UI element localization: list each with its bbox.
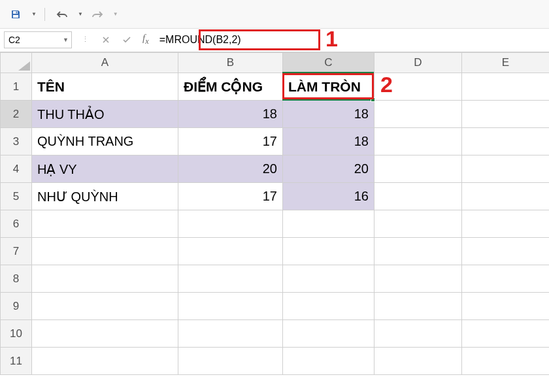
cell-D1[interactable] [374, 73, 462, 101]
cell-D6[interactable] [374, 210, 462, 238]
cancel-formula-button[interactable] [98, 32, 114, 48]
row-header-3[interactable]: 3 [1, 128, 32, 155]
cell-B1[interactable]: ĐIỂM CỘNG [178, 73, 283, 101]
row-header-9[interactable]: 9 [1, 293, 32, 320]
row-header-11[interactable]: 11 [1, 348, 32, 375]
col-header-A[interactable]: A [32, 53, 178, 73]
cell-A4[interactable]: HẠ VY [32, 155, 178, 183]
cell-B11[interactable] [178, 348, 283, 375]
formula-bar: C2 ▼ ⋮ fx 1 [0, 29, 549, 52]
row-header-4[interactable]: 4 [1, 155, 32, 183]
cell-D9[interactable] [374, 293, 462, 320]
undo-dropdown-icon[interactable]: ▼ [78, 11, 83, 17]
cell-E8[interactable] [462, 265, 550, 293]
cell-D2[interactable] [374, 101, 462, 128]
cell-B7[interactable] [178, 238, 283, 265]
row-header-1[interactable]: 1 [1, 73, 32, 101]
cell-E4[interactable] [462, 155, 550, 183]
col-header-E[interactable]: E [462, 53, 550, 73]
save-dropdown-icon[interactable]: ▼ [31, 11, 37, 17]
cell-D5[interactable] [374, 183, 462, 210]
select-all-corner[interactable] [1, 53, 32, 73]
cell-C5[interactable]: 16 [283, 183, 374, 210]
cell-C3[interactable]: 18 [283, 128, 374, 155]
cell-E9[interactable] [462, 293, 550, 320]
cell-B9[interactable] [178, 293, 283, 320]
name-box-value: C2 [8, 35, 20, 45]
cell-D7[interactable] [374, 238, 462, 265]
cell-E11[interactable] [462, 348, 550, 375]
cell-B4[interactable]: 20 [178, 155, 283, 183]
cell-E1[interactable] [462, 73, 550, 101]
cell-B6[interactable] [178, 210, 283, 238]
cell-B3[interactable]: 17 [178, 128, 283, 155]
name-box[interactable]: C2 ▼ [4, 31, 72, 48]
cell-A6[interactable] [32, 210, 178, 238]
cell-D3[interactable] [374, 128, 462, 155]
cell-C1[interactable]: LÀM TRÒN [283, 73, 374, 101]
cell-C10[interactable] [283, 320, 374, 348]
row-header-7[interactable]: 7 [1, 238, 32, 265]
cell-C8[interactable] [283, 265, 374, 293]
redo-dropdown-icon[interactable]: ▼ [113, 11, 118, 17]
cell-A5[interactable]: NHƯ QUỲNH [32, 183, 178, 210]
save-icon [10, 9, 21, 20]
cell-A2[interactable]: THU THẢO [32, 101, 178, 128]
row-header-6[interactable]: 6 [1, 210, 32, 238]
cell-C7[interactable] [283, 238, 374, 265]
fx-label[interactable]: fx [140, 33, 152, 46]
undo-icon [56, 10, 68, 19]
row-header-2[interactable]: 2 [1, 101, 32, 128]
redo-button[interactable] [88, 5, 107, 24]
row-11: 11 [1, 348, 550, 375]
save-button[interactable] [7, 5, 25, 24]
undo-button[interactable] [53, 5, 71, 24]
cell-A1[interactable]: TÊN [32, 73, 178, 101]
cell-E5[interactable] [462, 183, 550, 210]
row-header-10[interactable]: 10 [1, 320, 32, 348]
name-box-dropdown-icon[interactable]: ▼ [63, 37, 69, 43]
col-header-D[interactable]: D [374, 53, 462, 73]
cell-E2[interactable] [462, 101, 550, 128]
cell-D10[interactable] [374, 320, 462, 348]
cell-E7[interactable] [462, 238, 550, 265]
row-2: 2 THU THẢO 18 18 [1, 101, 550, 128]
row-1: 1 TÊN ĐIỂM CỘNG LÀM TRÒN [1, 73, 550, 101]
formula-input[interactable] [157, 31, 545, 48]
row-7: 7 [1, 238, 550, 265]
cell-C9[interactable] [283, 293, 374, 320]
check-icon [122, 36, 131, 44]
cell-A3[interactable]: QUỲNH TRANG [32, 128, 178, 155]
cell-E10[interactable] [462, 320, 550, 348]
row-header-5[interactable]: 5 [1, 183, 32, 210]
cell-A7[interactable] [32, 238, 178, 265]
cell-E6[interactable] [462, 210, 550, 238]
accept-formula-button[interactable] [119, 32, 135, 48]
cell-B10[interactable] [178, 320, 283, 348]
cell-C6[interactable] [283, 210, 374, 238]
cell-D8[interactable] [374, 265, 462, 293]
col-header-B[interactable]: B [178, 53, 283, 73]
cell-C11[interactable] [283, 348, 374, 375]
cell-D11[interactable] [374, 348, 462, 375]
cell-A11[interactable] [32, 348, 178, 375]
cell-D4[interactable] [374, 155, 462, 183]
row-header-8[interactable]: 8 [1, 265, 32, 293]
column-header-row: A B C D E [1, 53, 550, 73]
separator [44, 8, 45, 21]
col-header-C[interactable]: C [283, 53, 374, 73]
cell-B8[interactable] [178, 265, 283, 293]
row-3: 3 QUỲNH TRANG 17 18 [1, 128, 550, 155]
cell-A9[interactable] [32, 293, 178, 320]
grid[interactable]: A B C D E 1 TÊN ĐIỂM CỘNG LÀM TRÒN 2 THU… [0, 52, 549, 375]
redo-icon [92, 10, 103, 19]
row-5: 5 NHƯ QUỲNH 17 16 [1, 183, 550, 210]
cell-A10[interactable] [32, 320, 178, 348]
cell-C4[interactable]: 20 [283, 155, 374, 183]
cell-B2[interactable]: 18 [178, 101, 283, 128]
function-menu-icon[interactable]: ⋮ [77, 32, 93, 48]
cell-C2[interactable]: 18 [283, 101, 374, 128]
cell-E3[interactable] [462, 128, 550, 155]
cell-B5[interactable]: 17 [178, 183, 283, 210]
cell-A8[interactable] [32, 265, 178, 293]
